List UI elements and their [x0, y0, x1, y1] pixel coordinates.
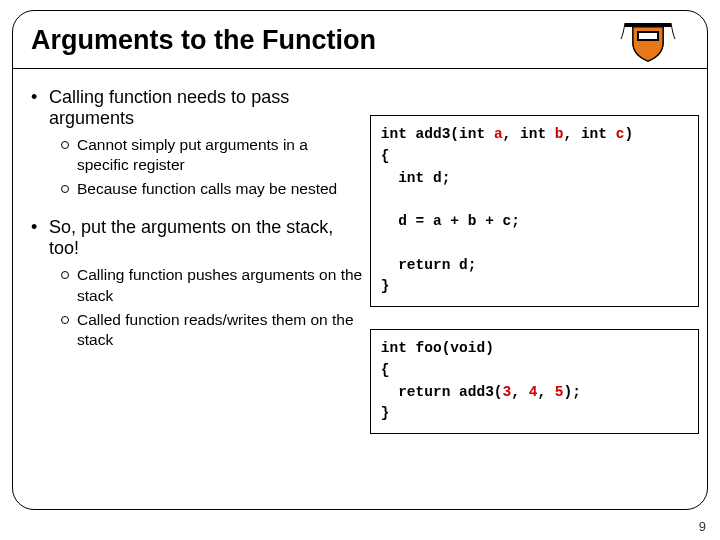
code-text: , int: [503, 126, 555, 142]
crest-icon: [619, 17, 677, 65]
code-arg-3: 3: [503, 384, 512, 400]
code-line: {: [381, 148, 390, 164]
code-text: int add3(int: [381, 126, 494, 142]
code-param-b: b: [555, 126, 564, 142]
code-arg-5: 5: [555, 384, 564, 400]
bullet-sub-2a: Calling function pushes arguments on the…: [61, 265, 364, 305]
code-box-add3: int add3(int a, int b, int c) { int d; d…: [370, 115, 699, 307]
code-line: }: [381, 278, 390, 294]
code-text: return add3(: [381, 384, 503, 400]
code-text: , int: [564, 126, 616, 142]
bullet-sub-2b: Called function reads/writes them on the…: [61, 310, 364, 350]
code-text: ,: [511, 384, 528, 400]
code-box-foo: int foo(void) { return add3(3, 4, 5); }: [370, 329, 699, 434]
sublist-1: Cannot simply put arguments in a specifi…: [61, 135, 364, 199]
content-area: Calling function needs to pass arguments…: [13, 69, 707, 466]
code-line: int foo(void): [381, 340, 494, 356]
code-line: return d;: [381, 257, 477, 273]
left-column: Calling function needs to pass arguments…: [21, 87, 364, 456]
code-param-a: a: [494, 126, 503, 142]
bullet-sub-1a: Cannot simply put arguments in a specifi…: [61, 135, 364, 175]
page-number: 9: [699, 519, 706, 534]
code-line: }: [381, 405, 390, 421]
slide-frame: Arguments to the Function Calling functi…: [12, 10, 708, 510]
code-line: d = a + b + c;: [381, 213, 520, 229]
sublist-2: Calling function pushes arguments on the…: [61, 265, 364, 350]
code-text: ): [624, 126, 633, 142]
right-column: int add3(int a, int b, int c) { int d; d…: [370, 87, 699, 456]
title-bar: Arguments to the Function: [13, 11, 707, 69]
bullet-sub-1b: Because function calls may be nested: [61, 179, 364, 199]
code-text: ,: [537, 384, 554, 400]
code-text: );: [564, 384, 581, 400]
bullet-main-1: Calling function needs to pass arguments: [31, 87, 364, 129]
code-line: return add3(3, 4, 5);: [381, 384, 581, 400]
slide-title: Arguments to the Function: [31, 25, 376, 56]
code-line: int add3(int a, int b, int c): [381, 126, 633, 142]
code-line: {: [381, 362, 390, 378]
svg-rect-1: [639, 33, 657, 39]
bullet-main-2: So, put the arguments on the stack, too!: [31, 217, 364, 259]
code-line: int d;: [381, 170, 451, 186]
